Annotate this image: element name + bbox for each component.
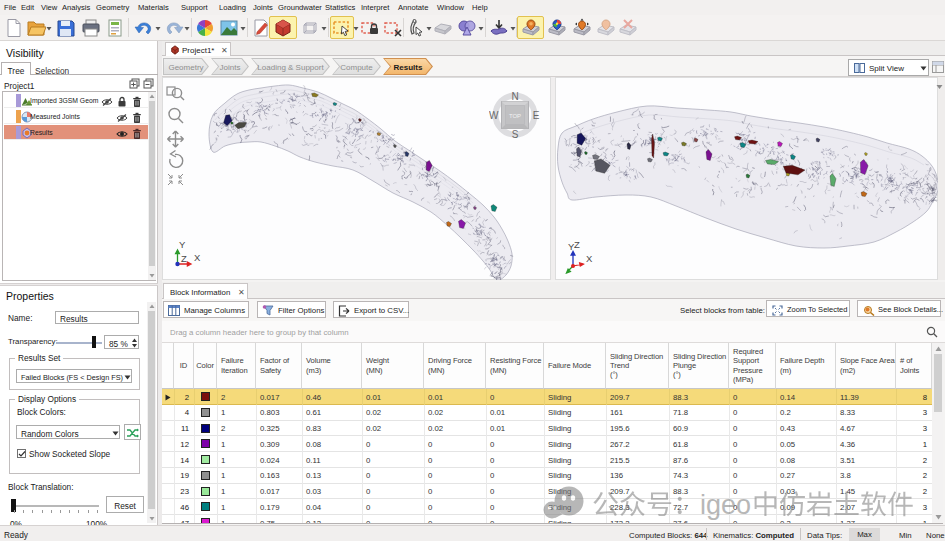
svg-text:X: X — [586, 253, 593, 264]
svg-text:N: N — [511, 91, 518, 102]
svg-text:S: S — [512, 129, 519, 140]
svg-text:W: W — [489, 110, 499, 121]
svg-text:Z: Z — [181, 253, 187, 264]
svg-text:E: E — [533, 110, 540, 121]
svg-text:TOP: TOP — [509, 113, 521, 119]
svg-text:X: X — [194, 252, 201, 263]
svg-text:igeo: igeo — [700, 490, 751, 520]
svg-text:Y: Y — [179, 239, 186, 250]
svg-text:Z: Z — [574, 240, 580, 250]
